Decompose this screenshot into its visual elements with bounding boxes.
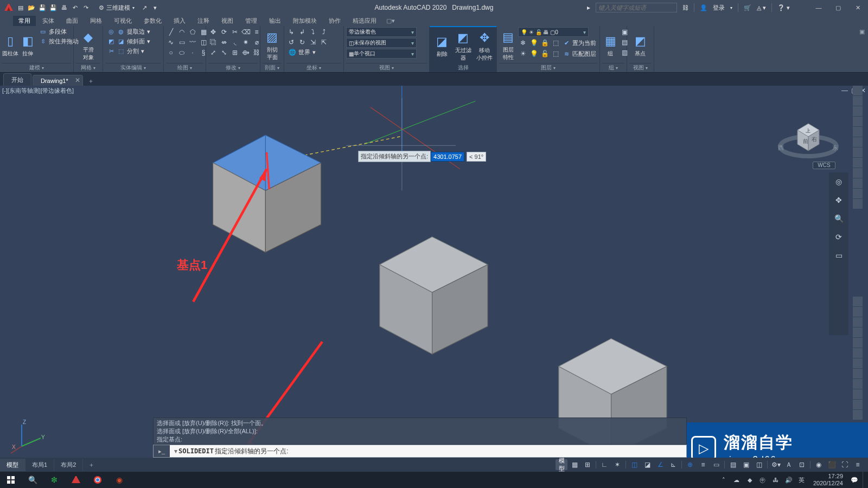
status-lwt-icon[interactable]: ≡	[697, 459, 709, 470]
layer-on-icon[interactable]: 💡	[529, 49, 539, 59]
cart-icon[interactable]: 🛒	[744, 4, 751, 11]
tab-start[interactable]: 开始	[3, 73, 31, 86]
tray-clock[interactable]: 17:292020/12/24	[810, 473, 846, 487]
help-search-input[interactable]	[596, 3, 677, 12]
tab-8[interactable]: 视图	[216, 16, 239, 26]
layer-setcurrent-button[interactable]: ✔置为当前	[561, 38, 597, 48]
palette-icon[interactable]	[853, 117, 863, 126]
status-ducs-icon[interactable]: ⊾	[667, 459, 679, 470]
panel-draw-label[interactable]: 绘图	[177, 65, 192, 70]
viewcube[interactable]: 前 右 上 西 东	[776, 102, 841, 167]
layer-freeze-icon[interactable]: ❄	[518, 38, 528, 48]
autocad-taskbar-button[interactable]	[65, 472, 87, 488]
show-desktop-button[interactable]	[863, 472, 866, 488]
status-qp-icon[interactable]: ▤	[727, 459, 739, 470]
status-ortho-icon[interactable]: ∟	[598, 459, 610, 470]
rotate-icon[interactable]: ⟳	[219, 27, 229, 37]
stretch-icon[interactable]: ⤢	[208, 48, 218, 57]
panel-layer-label[interactable]: 图层	[541, 65, 555, 70]
tab-drawing1[interactable]: Drawing1*✕	[33, 75, 83, 86]
tray-ime-icon[interactable]: ㊥	[758, 475, 768, 485]
palette-icon[interactable]	[853, 369, 863, 378]
layer-properties-button[interactable]: ▤图层 特性	[499, 27, 517, 63]
minimize-button[interactable]: —	[812, 2, 826, 13]
solidedit-separate-button[interactable]: ✂⬚分割 ▾	[105, 47, 152, 56]
status-model-button[interactable]: 模型	[556, 459, 567, 470]
pline-icon[interactable]: ∿	[166, 37, 176, 47]
rect-icon[interactable]: ▭	[177, 37, 187, 47]
layer-off-icon[interactable]: 💡	[529, 38, 539, 48]
panel-modeling-label[interactable]: 建模	[29, 65, 43, 70]
palette-icon[interactable]	[853, 189, 863, 198]
palette-icon[interactable]	[853, 307, 863, 317]
status-am-icon[interactable]: ◫	[753, 459, 765, 470]
palette-icon[interactable]	[853, 348, 863, 358]
tab-close-icon[interactable]: ✕	[74, 77, 81, 84]
palette-icon[interactable]	[853, 168, 863, 178]
qat-redo-icon[interactable]: ↷	[81, 3, 90, 12]
app-manager-icon[interactable]: ◬ ▾	[757, 4, 766, 11]
fillet-icon[interactable]: ◟	[230, 37, 240, 47]
ellipse-icon[interactable]: ⬭	[177, 48, 187, 57]
qat-dropdown-icon[interactable]: ▾	[151, 3, 159, 12]
move-icon[interactable]: ✥	[208, 27, 218, 37]
palette-icon[interactable]	[853, 106, 863, 116]
tab-7[interactable]: 注释	[192, 16, 215, 26]
saved-view-dropdown[interactable]: ◫ 未保存的视图	[346, 38, 417, 48]
nav-wheel-icon[interactable]: ◎	[834, 177, 844, 187]
nav-zoom-icon[interactable]: 🔍	[834, 214, 844, 223]
palette-icon[interactable]	[853, 328, 863, 337]
explode-icon[interactable]: ✷	[241, 37, 251, 47]
tab-0[interactable]: 常用	[13, 16, 36, 26]
status-grid-icon[interactable]: ▦	[569, 459, 580, 470]
no-filter-button[interactable]: ◩无过滤器	[453, 28, 473, 63]
panel-section-label[interactable]: 剖面	[265, 65, 279, 70]
panel-mesh-label[interactable]: 网格	[81, 65, 95, 70]
status-3dosnap-icon[interactable]: ◪	[641, 459, 653, 470]
tray-lang-icon[interactable]: 英	[797, 475, 807, 485]
extrude-button[interactable]: ◧拉伸	[20, 27, 36, 63]
tab-add-layout-button[interactable]: ＋	[83, 459, 100, 471]
scale-icon[interactable]: ⤡	[219, 48, 229, 57]
tab-9[interactable]: 管理	[240, 16, 263, 26]
dynamic-input-angle[interactable]: < 91°	[467, 152, 486, 162]
section-plane-button[interactable]: ▨剖切 平面	[263, 27, 282, 63]
palette-icon[interactable]	[853, 137, 863, 147]
status-tpy-icon[interactable]: ▭	[710, 459, 722, 470]
ribbon-tab-overflow-icon[interactable]: ▢▾	[386, 17, 395, 24]
status-snap-icon[interactable]: ⊞	[582, 459, 593, 470]
maximize-button[interactable]: ▢	[831, 2, 845, 13]
group-button[interactable]: ▦组	[602, 27, 618, 63]
trim-icon[interactable]: ✂	[230, 27, 240, 37]
tray-notifications-icon[interactable]: 💬	[850, 475, 859, 485]
layer-uniso-icon[interactable]: ⬚	[551, 49, 560, 59]
array-icon[interactable]: ⊞	[230, 48, 240, 57]
ucs7-icon[interactable]: ⇲	[308, 37, 318, 47]
search-button[interactable]: 🔍	[22, 472, 43, 488]
tab-layout2[interactable]: 布局2	[54, 459, 83, 471]
wechat-button[interactable]: ❇	[43, 472, 65, 488]
solidedit-taper-button[interactable]: ◩◪倾斜面 ▾	[105, 37, 152, 46]
base-view-button[interactable]: ◩基点	[629, 27, 651, 63]
close-button[interactable]: ✕	[851, 2, 865, 13]
smooth-object-button[interactable]: ◆平滑 对象	[76, 27, 100, 63]
visual-style-dropdown[interactable]: 带边缘着色	[346, 27, 417, 37]
tab-12[interactable]: 协作	[323, 16, 346, 26]
panel-view-label[interactable]: 视图	[379, 65, 393, 70]
tab-add-button[interactable]: ＋	[86, 76, 96, 86]
panel-coord-label[interactable]: 坐标	[307, 65, 321, 70]
qat-save-icon[interactable]: 💾	[38, 3, 47, 12]
ribbon-expand-icon[interactable]: ▣	[856, 26, 868, 72]
spline-icon[interactable]: 〰	[188, 37, 197, 47]
delete-faces-button[interactable]: ◪剔除	[432, 28, 452, 63]
panel-group-label[interactable]: 组	[609, 65, 617, 70]
command-line[interactable]: ▸_ ▾ SOLIDEDIT 指定沿倾斜轴的另一个点:	[153, 445, 687, 458]
point-icon[interactable]: ·	[188, 48, 197, 57]
copy-icon[interactable]: ⿻	[208, 37, 218, 47]
login-dropdown-icon[interactable]: ▾	[730, 5, 732, 10]
palette-icon[interactable]	[853, 410, 863, 420]
layer-iso-icon[interactable]: ⬚	[551, 38, 560, 48]
qat-open-icon[interactable]: 📂	[27, 3, 36, 12]
ucs6-icon[interactable]: ↻	[297, 37, 307, 47]
nav-pan-icon[interactable]: ✥	[834, 195, 844, 205]
